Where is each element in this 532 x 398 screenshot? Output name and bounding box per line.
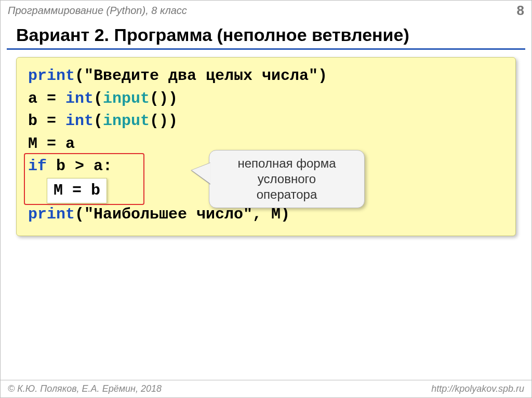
- slide: Программирование (Python), 8 класс 8 Вар…: [0, 0, 532, 398]
- content-area: print("Введите два целых числа") a = int…: [1, 57, 531, 380]
- keyword-print: print: [28, 205, 75, 223]
- copyright-text: © К.Ю. Поляков, Е.А. Ерёмин, 2018: [8, 383, 162, 394]
- keyword-int: int: [65, 90, 94, 107]
- callout-bubble: неполная форма условного оператора: [209, 150, 365, 208]
- code-line-2: a = int(input()): [28, 88, 504, 111]
- keyword-if: if: [28, 157, 47, 175]
- title-underline: [7, 48, 525, 50]
- keyword-input: input: [103, 112, 150, 130]
- callout-tail: [192, 163, 210, 184]
- course-label: Программирование (Python), 8 класс: [8, 5, 187, 17]
- code-text: b =: [28, 112, 65, 130]
- keyword-input: input: [103, 90, 150, 107]
- slide-header: Программирование (Python), 8 класс 8: [1, 1, 531, 20]
- code-text: (: [94, 90, 103, 107]
- keyword-print: print: [28, 67, 75, 85]
- callout-line: неполная форма: [217, 156, 357, 171]
- code-block: print("Введите два целых числа") a = int…: [16, 57, 516, 236]
- callout-line: условного: [217, 171, 357, 187]
- code-line-3: b = int(input()): [28, 110, 504, 133]
- footer-url: http://kpolyakov.spb.ru: [431, 383, 524, 394]
- slide-title: Вариант 2. Программа (неполное ветвление…: [1, 20, 531, 48]
- code-text: ("Наибольшее число", M): [75, 205, 290, 223]
- highlight-box: M = b: [47, 178, 107, 204]
- code-text: (: [94, 112, 103, 130]
- code-text: b > a:: [47, 157, 112, 175]
- page-number: 8: [517, 3, 524, 19]
- callout-line: оператора: [217, 187, 357, 202]
- code-text: ()): [150, 90, 178, 107]
- slide-footer: © К.Ю. Поляков, Е.А. Ерёмин, 2018 http:/…: [1, 380, 531, 397]
- code-text: ("Введите два целых числа"): [75, 67, 327, 85]
- code-text: a =: [28, 90, 65, 107]
- keyword-int: int: [65, 112, 94, 130]
- code-line-1: print("Введите два целых числа"): [28, 65, 504, 88]
- code-text: ()): [150, 112, 178, 130]
